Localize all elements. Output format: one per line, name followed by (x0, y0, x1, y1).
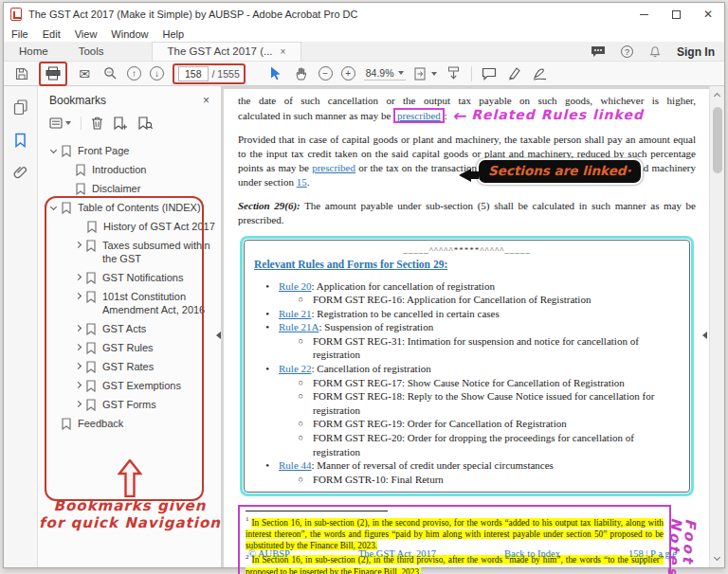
hand-tool-icon[interactable] (293, 64, 310, 83)
tab-document[interactable]: The GST Act 2017 (... × (152, 42, 302, 61)
add-bookmark-icon[interactable] (113, 117, 128, 130)
chevron-right-icon[interactable] (75, 382, 82, 388)
acrobat-app-icon (10, 8, 22, 21)
email-icon[interactable]: ✉ (76, 64, 93, 83)
print-highlight-box (39, 62, 67, 86)
notifications-bell-icon[interactable] (648, 45, 662, 59)
form-item: ○FORM GST REG-19: Order for Cancellation… (254, 417, 680, 431)
rule-item: •Rule 20: Application for cancellation o… (254, 279, 680, 294)
next-page-button[interactable]: ↓ (150, 66, 164, 81)
bookmark-history[interactable]: History of GST Act 2017 (38, 217, 221, 236)
maximize-button[interactable] (660, 3, 692, 26)
chevron-down-icon[interactable] (50, 204, 57, 210)
prescribed-link[interactable]: prescribed (312, 162, 355, 173)
print-button[interactable] (45, 64, 62, 83)
panel-collapse-handle[interactable] (215, 325, 222, 346)
form-item: ○FORM GST REG-31: Intimation for suspens… (254, 334, 680, 362)
panel-title: Bookmarks (49, 94, 106, 107)
bookmark-gst-rules[interactable]: GST Rules (38, 338, 221, 357)
bookmark-gst-notifications[interactable]: GST Notifications (38, 268, 221, 287)
menu-view[interactable]: View (75, 28, 98, 40)
help-icon[interactable]: ? (621, 45, 633, 58)
bookmark-icon (62, 418, 71, 430)
page-thumbnails-icon[interactable] (13, 99, 28, 116)
bookmark-front-page[interactable]: Front Page (38, 141, 221, 160)
scroll-mode-icon[interactable] (446, 64, 463, 83)
chevron-right-icon[interactable] (75, 363, 82, 369)
tab-bar: Home Tools The GST Act 2017 (... × ? Sig… (4, 42, 724, 62)
chevron-right-icon[interactable] (75, 325, 82, 332)
bookmark-disclaimer[interactable]: Disclaimer (38, 179, 221, 198)
sign-in-button[interactable]: Sign In (677, 45, 715, 59)
bookmark-taxes-subsumed[interactable]: Taxes subsumed within the GST (38, 236, 221, 268)
bookmarks-annotation: Bookmarks given for quick Navigation (38, 459, 222, 531)
section-296-paragraph: Section 29(6): The amount payable under … (238, 199, 696, 227)
bookmark-introduction[interactable]: Introduction (38, 160, 221, 179)
attachments-icon[interactable] (13, 165, 28, 180)
bookmark-gst-acts[interactable]: GST Acts (38, 319, 221, 338)
page-total-label: / 1555 (212, 68, 240, 80)
bookmarks-rail-icon[interactable] (14, 133, 27, 148)
rule-21-link[interactable]: Rule 21 (279, 308, 312, 319)
footnotes-box: 1 In Section 16, in sub-section (2), in … (238, 505, 671, 574)
section-15-link[interactable]: 15 (297, 176, 307, 188)
previous-page-button[interactable]: ↑ (127, 66, 141, 81)
bookmark-toc[interactable]: Table of Contents (INDEX) (38, 198, 221, 217)
sign-tool-icon[interactable] (532, 64, 549, 83)
bookmark-options-icon[interactable] (49, 117, 71, 129)
chevron-right-icon[interactable] (75, 274, 82, 280)
close-button[interactable]: ✕ (692, 3, 724, 26)
bookmark-feedback[interactable]: Feedback (38, 414, 221, 433)
save-icon[interactable] (13, 64, 30, 83)
chevron-down-icon (398, 71, 404, 75)
zoom-level-select[interactable]: 84.9% (364, 67, 406, 81)
delete-bookmark-icon[interactable] (91, 117, 103, 130)
rule-21a-link[interactable]: Rule 21A (279, 321, 318, 332)
tools-pane-expand-handle[interactable] (701, 325, 709, 346)
rule-44-link[interactable]: Rule 44 (279, 459, 312, 471)
feedback-bubble-icon[interactable] (591, 45, 606, 58)
tab-home[interactable]: Home (4, 43, 64, 61)
chevron-right-icon[interactable] (75, 242, 82, 248)
comment-tool-icon[interactable] (481, 64, 498, 83)
chevron-right-icon[interactable] (75, 293, 82, 299)
body-text: the date of such cancellation or the out… (238, 94, 696, 108)
menu-help[interactable]: Help (162, 28, 184, 40)
page-fit-control[interactable] (414, 64, 437, 83)
search-icon[interactable] (101, 64, 118, 83)
scroll-up-icon[interactable] (714, 93, 720, 99)
bookmark-gst-forms[interactable]: GST Forms (38, 395, 221, 414)
rule-20-link[interactable]: Rule 20 (279, 280, 312, 292)
rule-22-link[interactable]: Rule 22 (279, 363, 312, 374)
menu-window[interactable]: Window (111, 28, 148, 40)
tab-tools[interactable]: Tools (64, 43, 119, 61)
panel-close-icon[interactable]: × (203, 94, 209, 107)
page-number-input[interactable]: 158 (178, 66, 209, 81)
rule-item: •Rule 44: Manner of reversal of credit u… (254, 458, 680, 473)
body-text: calculated in such manner as may be pres… (238, 108, 696, 123)
bookmark-gst-exemptions[interactable]: GST Exemptions (38, 376, 221, 395)
menu-edit[interactable]: Edit (43, 28, 61, 40)
bookmark-icon (86, 361, 96, 373)
bookmark-icon (76, 183, 85, 195)
tab-close-icon[interactable]: × (281, 46, 286, 57)
find-current-bookmark-icon[interactable] (137, 117, 153, 130)
chevron-right-icon[interactable] (75, 344, 82, 350)
back-to-index-link[interactable]: Back to Index (504, 547, 560, 561)
minimize-button[interactable] (628, 3, 660, 26)
select-tool-icon[interactable] (267, 64, 284, 83)
prescribed-link[interactable]: prescribed (397, 110, 441, 121)
menu-file[interactable]: File (11, 28, 28, 40)
zoom-out-button[interactable]: − (318, 66, 333, 81)
chevron-right-icon[interactable] (75, 401, 82, 407)
vertical-scrollbar[interactable] (709, 86, 724, 567)
bookmark-101st-amendment[interactable]: 101st Constitution Amendment Act, 2016 (38, 287, 221, 319)
highlight-tool-icon[interactable] (506, 64, 523, 83)
scroll-down-icon[interactable] (714, 554, 720, 561)
zoom-in-button[interactable]: + (341, 66, 355, 81)
related-rules-highlight-box: prescribed (393, 108, 445, 123)
scrollbar-thumb[interactable] (713, 107, 722, 173)
bookmark-gst-rates[interactable]: GST Rates (38, 357, 221, 376)
chevron-down-icon[interactable] (50, 147, 57, 153)
form-item: ○FORM GST REG-16: Application for Cancel… (254, 293, 680, 307)
